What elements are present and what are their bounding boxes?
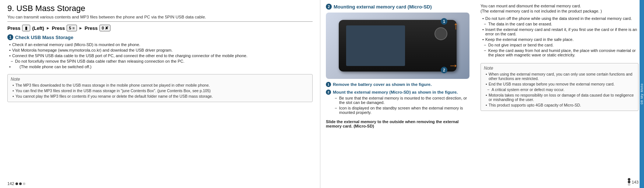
device-screen [346,25,405,66]
bullet-2: Visit Motorola homepage (www.mymotorola.… [9,48,313,52]
device-image: 1 ↑ 2 → [326,13,469,79]
device-body [339,20,457,72]
arrow-right-icon: → [448,60,458,72]
key-left-label: (Left) [32,25,44,31]
bullet-3: Connect the 5PIN USB data cable to the U… [9,53,313,58]
press-label-1: Press [7,25,20,31]
step1-label: Remove the battery cover as shown in the… [333,82,432,87]
press-row: Press ▮ (Left) ► Press 5 ≡ ► Press 0 ✘ [7,25,313,31]
section1-bullets: Check if an external memory card (Micro-… [7,42,313,70]
dot-r3 [628,183,630,186]
right-bullet-1: Do not turn off the phone while using th… [482,16,638,21]
intro-line2: (The external memory card is not include… [481,9,638,13]
mounting-label: Mounting external memory card (Micro-SD) [334,4,432,10]
right-bullet-3: Keep the external memory card in the saf… [482,37,638,42]
right-right-panel: You can mount and dismount the external … [475,0,644,188]
page-num-left: 142 [7,181,14,186]
circle-1: 1 [7,34,13,40]
step2-label: Mount the external memory (Micro-SD) as … [333,90,458,94]
subtitle: You can transmit various contents and MP… [7,15,313,22]
note-box-left: Note The MP3 files downloaded to the USB… [7,74,313,102]
step2-bullet-1: Be sure that the external memory is moun… [333,96,469,105]
sidebar: 08 My Moto [640,0,644,188]
circle-step1: 1 [326,82,331,87]
key-5: 5 ≡ [67,25,77,31]
note-item-1: The MP3 files downloaded to the USB mass… [13,83,309,87]
right-bullet-3a: Do not give impact or bend the card. [482,43,638,47]
page-footer-right: 143 [628,178,638,186]
right-bullet-3b: Keep the card away from hot and humid pl… [482,48,638,57]
right-left-panel: 2 Mounting external memory card (Micro-S… [320,0,475,188]
note-label-right: Note [484,66,635,71]
right-bullet-2: Insert the external memory card and rest… [482,27,638,36]
note-right-2a: A critical system error or defect may oc… [486,87,635,92]
num-circle-1: 1 [441,18,447,25]
circle-step2: 2 [326,90,331,95]
note-box-right: Note When using the external memory card… [481,63,638,111]
right-bullet-1a: The data in the card can be erased. [482,22,638,26]
right-panel: 2 Mounting external memory card (Micro-S… [320,0,644,188]
note-right-3: Motorola takes no responsibility on loss… [486,93,635,102]
note-right-2: End the USB mass storage before you remo… [486,82,635,86]
dots-left [15,182,25,185]
right-bullets: Do not turn off the phone while using th… [481,16,638,58]
press-label-3: Press [85,25,98,31]
circle-2: 2 [326,4,332,10]
step1-header: 1 Remove the battery cover as shown in t… [326,82,469,87]
num-circle-2: 2 [441,67,447,73]
note-right-1: When using the external memory card, you… [486,72,635,81]
section1-label: Check USB Mass Storage [15,35,73,40]
note-asterisk: Slide the external memory to the outside… [326,119,469,128]
mounting-header: 2 Mounting external memory card (Micro-S… [326,4,469,10]
dots-right [628,178,630,186]
sidebar-text: 08 My Moto [640,83,644,104]
dot-r1 [628,178,630,181]
page-num-right: 143 [632,180,638,184]
arrow-2: ► [79,26,83,30]
note-list-right: When using the external memory card, you… [484,72,635,107]
bullet-4b: (The mobile phone can be switched off.) [9,65,313,69]
device-camera [434,27,447,40]
note-list-left: The MP3 files downloaded to the USB mass… [11,83,309,98]
dot-3 [23,182,25,185]
page-title: 9. USB Mass Storage [7,4,313,13]
note-item-3: You cannot play the MP3 files or content… [13,94,309,98]
bullet-4: Do not forcefully remove the 5PIN USB da… [9,59,313,63]
intro-line1: You can mount and dismount the external … [481,4,638,8]
arrow-1: ► [46,26,50,30]
note-right-4: This product supports upto 4GB capacity … [486,103,635,107]
bullet-1: Check if an external memory card (Micro-… [9,42,313,47]
note-item-2: You can find the MP3 files stored in the… [13,88,309,93]
dot-2 [19,182,22,185]
section1-header: 1 Check USB Mass Storage [7,34,313,40]
step2-bullets: Be sure that the external memory is moun… [326,96,469,116]
step2-bullet-2: Icon is displayed on the standby screen … [333,106,469,115]
dot-r2 [628,181,630,183]
key-0: 0 ✘ [99,25,110,31]
left-panel: 9. USB Mass Storage You can transmit var… [0,0,320,188]
note-label-left: Note [11,77,309,82]
page-footer-left: 142 [7,181,25,186]
step2-header: 2 Mount the external memory (Micro-SD) a… [326,90,469,95]
key-left: ▮ [22,25,30,31]
press-label-2: Press [52,25,65,31]
arrow-up-icon: ↑ [453,20,458,32]
dot-1 [15,182,18,185]
